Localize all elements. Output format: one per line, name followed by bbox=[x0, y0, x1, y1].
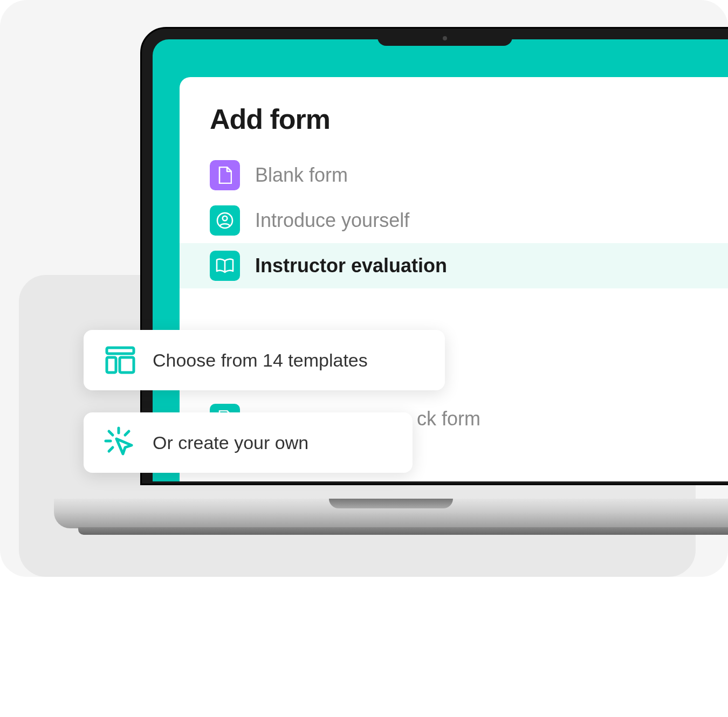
menu-item-instructor-evaluation[interactable]: Instructor evaluation bbox=[180, 243, 728, 288]
menu-item-blank-form[interactable]: Blank form bbox=[180, 153, 728, 198]
svg-line-7 bbox=[125, 431, 129, 435]
menu-item-introduce-yourself[interactable]: Introduce yourself bbox=[180, 198, 728, 243]
menu-item-label-fragment: ck form bbox=[417, 408, 480, 430]
svg-rect-4 bbox=[120, 357, 134, 373]
menu-item-label: Instructor evaluation bbox=[255, 254, 447, 277]
svg-line-5 bbox=[109, 431, 113, 435]
person-circle-icon bbox=[210, 205, 240, 236]
menu-item-label: Introduce yourself bbox=[255, 209, 409, 232]
callout-create-own[interactable]: Or create your own bbox=[84, 412, 413, 473]
laptop-notch bbox=[377, 29, 512, 46]
template-icon bbox=[103, 343, 138, 377]
document-icon bbox=[210, 160, 240, 190]
panel-title: Add form bbox=[180, 103, 728, 153]
svg-line-9 bbox=[109, 447, 113, 451]
book-icon bbox=[210, 251, 240, 281]
cursor-click-icon bbox=[103, 425, 138, 460]
menu-item-label: Blank form bbox=[255, 164, 348, 187]
svg-rect-3 bbox=[107, 357, 116, 373]
laptop-base-underside bbox=[78, 527, 728, 535]
svg-rect-2 bbox=[107, 348, 134, 354]
laptop-base bbox=[54, 499, 728, 528]
svg-point-1 bbox=[223, 216, 228, 221]
laptop-base-notch bbox=[329, 499, 453, 508]
callout-create-own-text: Or create your own bbox=[153, 432, 308, 453]
callout-templates[interactable]: Choose from 14 templates bbox=[84, 330, 445, 390]
callout-templates-text: Choose from 14 templates bbox=[153, 350, 368, 371]
